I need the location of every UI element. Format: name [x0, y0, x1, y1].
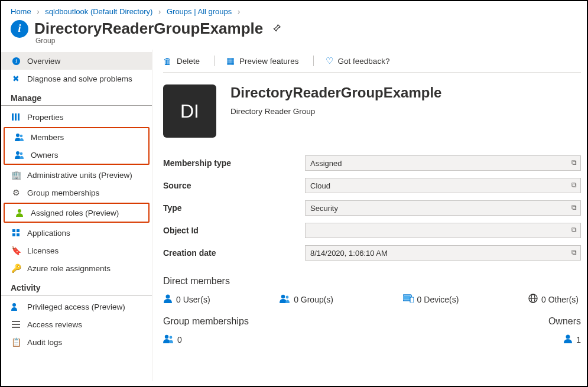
sidebar-item-label: Overview	[27, 57, 60, 66]
prop-text: Cloud	[310, 181, 330, 190]
sidebar-item-label: Applications	[27, 229, 70, 238]
page-subtitle: Group	[1, 37, 587, 50]
sidebar-item-azure-role[interactable]: 🔑 Azure role assignments	[1, 259, 152, 277]
svg-text:i: i	[15, 58, 17, 64]
prop-label: Membership type	[163, 158, 305, 168]
sidebar-item-properties[interactable]: Properties	[1, 108, 152, 126]
gear-icon: ⚙	[11, 188, 21, 197]
svg-point-8	[20, 152, 23, 155]
stat-groups[interactable]: 0 Group(s)	[280, 294, 333, 305]
prop-text: Assigned	[310, 159, 342, 168]
svg-point-5	[16, 134, 20, 137]
wrench-icon: ✖	[11, 74, 21, 83]
breadcrumb-sep: ›	[37, 7, 39, 16]
sidebar-item-owners[interactable]: Owners	[5, 146, 148, 164]
preview-features-button[interactable]: ▦ Preview features	[226, 56, 299, 66]
prop-row-creation-date: Creation date 8/14/2020, 1:06:10 AM ⧉	[163, 245, 581, 261]
stat-label: 0 Group(s)	[294, 295, 333, 304]
copy-icon[interactable]: ⧉	[571, 248, 577, 256]
properties-icon	[11, 112, 21, 122]
sidebar-item-audit-logs[interactable]: 📋 Audit logs	[1, 333, 152, 351]
sidebar-item-licenses[interactable]: 🔖 Licenses	[1, 242, 152, 259]
pin-icon[interactable]	[272, 24, 281, 34]
group-memberships-heading: Group memberships	[163, 316, 249, 327]
stat-devices[interactable]: 0 Device(s)	[403, 294, 459, 305]
prop-label: Object Id	[163, 226, 305, 235]
people-icon	[280, 294, 290, 305]
breadcrumb-groups[interactable]: Groups | All groups	[167, 7, 232, 16]
sidebar-item-diagnose[interactable]: ✖ Diagnose and solve problems	[1, 70, 152, 87]
feedback-button[interactable]: ♡ Got feedback?	[326, 56, 390, 66]
owners-heading: Owners	[548, 316, 581, 327]
svg-point-29	[566, 335, 570, 339]
stat-owners[interactable]: 1	[548, 334, 581, 346]
heart-icon: ♡	[326, 56, 333, 66]
prop-text: Security	[310, 204, 338, 213]
sidebar-item-label: Properties	[27, 113, 64, 122]
prop-row-source: Source Cloud ⧉	[163, 178, 581, 193]
group-description: Directory Reader Group	[230, 107, 441, 116]
svg-rect-15	[12, 321, 20, 322]
sidebar-item-label: Azure role assignments	[27, 264, 111, 273]
people-icon	[14, 132, 25, 142]
sidebar-item-privileged-access[interactable]: Privileged access (Preview)	[1, 298, 152, 316]
toolbar-label: Preview features	[239, 57, 299, 66]
page-title-row: i DirectoryReaderGroupExample	[1, 18, 587, 38]
device-icon	[403, 294, 414, 305]
person-icon	[563, 334, 573, 346]
highlight-box-members-owners: Members Owners	[4, 127, 150, 165]
sidebar-item-members[interactable]: Members	[5, 128, 148, 146]
prop-value-object-id[interactable]: ⧉	[305, 223, 581, 238]
sidebar-item-group-memberships[interactable]: ⚙ Group memberships	[1, 184, 152, 201]
toolbar-label: Delete	[177, 57, 200, 66]
sidebar-item-label: Owners	[31, 151, 59, 160]
sidebar-section-activity: Activity	[1, 277, 152, 295]
globe-icon	[528, 294, 538, 305]
delete-button[interactable]: 🗑 Delete	[163, 56, 200, 66]
building-icon: 🏢	[11, 170, 21, 180]
sidebar-item-overview[interactable]: i Overview	[1, 52, 152, 70]
svg-rect-2	[12, 113, 14, 121]
sidebar-item-label: Licenses	[27, 246, 59, 255]
svg-point-19	[281, 295, 285, 298]
shield-icon	[11, 302, 21, 311]
key-icon: 🔑	[11, 264, 21, 273]
breadcrumb-tenant[interactable]: sqldboutlook (Default Directory)	[45, 7, 152, 16]
direct-members-stats: 0 User(s) 0 Group(s) 0 Device(s) 0 Other…	[163, 294, 581, 305]
page-title: DirectoryReaderGroupExample	[34, 19, 263, 38]
svg-rect-4	[18, 113, 20, 121]
sidebar-item-applications[interactable]: Applications	[1, 224, 152, 242]
svg-rect-10	[12, 229, 15, 232]
sidebar-item-admin-units[interactable]: 🏢 Administrative units (Preview)	[1, 166, 152, 184]
copy-icon[interactable]: ⧉	[571, 158, 577, 167]
prop-value-membership-type[interactable]: Assigned ⧉	[305, 155, 581, 171]
svg-point-28	[170, 336, 173, 339]
sidebar-item-assigned-roles[interactable]: Assigned roles (Preview)	[5, 204, 148, 222]
person-icon	[163, 294, 173, 305]
prop-value-source[interactable]: Cloud ⧉	[305, 178, 581, 193]
stat-group-memberships[interactable]: 0	[163, 334, 249, 346]
stat-label: 0 Other(s)	[541, 295, 579, 304]
svg-rect-16	[12, 324, 20, 325]
svg-rect-12	[12, 233, 15, 236]
people-icon	[14, 150, 25, 160]
sidebar-item-label: Members	[31, 133, 64, 142]
copy-icon[interactable]: ⧉	[571, 181, 577, 189]
prop-value-type[interactable]: Security ⧉	[305, 200, 581, 216]
stat-users[interactable]: 0 User(s)	[163, 294, 210, 305]
prop-value-creation-date[interactable]: 8/14/2020, 1:06:10 AM ⧉	[305, 245, 581, 261]
stat-others[interactable]: 0 Other(s)	[528, 294, 579, 305]
breadcrumb-home[interactable]: Home	[11, 7, 31, 16]
sidebar-item-label: Assigned roles (Preview)	[31, 209, 119, 217]
breadcrumb-sep: ›	[238, 7, 240, 16]
trash-icon: 🗑	[163, 56, 172, 66]
svg-rect-3	[15, 113, 17, 121]
copy-icon[interactable]: ⧉	[571, 226, 577, 234]
sidebar-item-access-reviews[interactable]: Access reviews	[1, 316, 152, 333]
prop-label: Creation date	[163, 248, 305, 258]
sidebar-item-label: Audit logs	[27, 338, 62, 347]
main-content: 🗑 Delete ▦ Preview features ♡ Got feedba…	[152, 50, 587, 381]
svg-rect-17	[12, 327, 20, 328]
sidebar-item-label: Privileged access (Preview)	[27, 303, 125, 311]
copy-icon[interactable]: ⧉	[571, 203, 577, 212]
